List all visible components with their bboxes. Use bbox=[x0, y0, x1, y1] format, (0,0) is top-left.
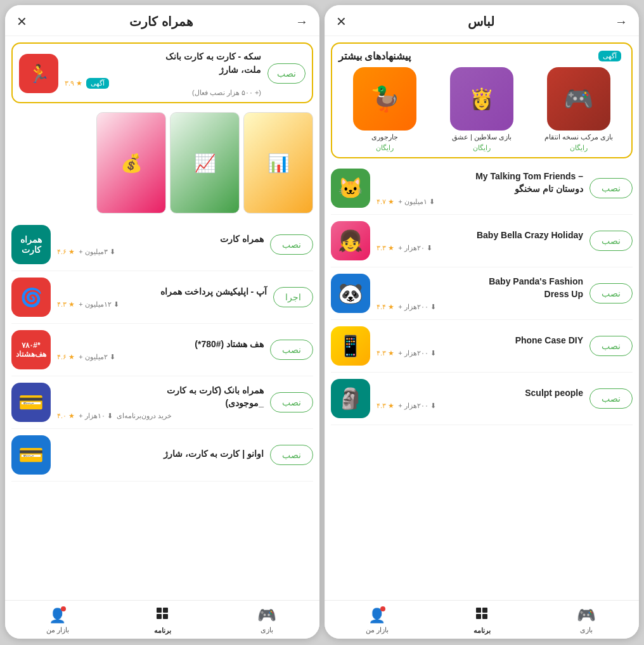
banner-app-label-1: جارجوری bbox=[371, 133, 398, 141]
left-forward-arrow[interactable]: → bbox=[615, 15, 628, 29]
app-downloads-sculpt: ⬇ ۲۰۰هزار + bbox=[398, 402, 436, 410]
left-nav-bazar-label: بازار من bbox=[366, 626, 389, 634]
app-name-phonecase: Phone Case DIY bbox=[377, 335, 583, 347]
svg-rect-2 bbox=[476, 614, 481, 619]
app-item-ap: اجرا آپ - اپلیکیشن پرداخت همراه ⬇ ۱۲میلی… bbox=[11, 271, 313, 324]
screenshot-3: 💰 bbox=[96, 112, 166, 214]
app-item-avano: نصب اوانو | کارت به کارت، شارژ 💳 bbox=[11, 429, 313, 482]
right-ad-rating: ★ ۳.۹ bbox=[65, 79, 82, 87]
app-rating-ap: ★ ۴.۳ bbox=[57, 300, 75, 309]
app-downloads-ap: ⬇ ۱۲میلیون + bbox=[79, 300, 119, 309]
left-nav-bazi-label: بازی bbox=[580, 626, 593, 634]
install-btn-bella[interactable]: نصب bbox=[589, 231, 633, 251]
app-icon-bella: 👧 bbox=[331, 221, 370, 260]
app-item-phonecase: نصب Phone Case DIY ⬇ ۲۰۰هزار + ★ ۴.۳ 📱 bbox=[331, 320, 633, 373]
left-nav-bazi[interactable]: 🎮 بازی bbox=[564, 606, 609, 634]
svg-rect-3 bbox=[482, 614, 487, 619]
app-rating-780: ★ ۴.۶ bbox=[57, 353, 75, 361]
app-info-hamrahbank: همراه بانک (کارت به کارت_موجودی) خرید در… bbox=[57, 385, 264, 419]
app-meta-780: ⬇ ۲میلیون + ★ ۴.۶ bbox=[57, 353, 264, 361]
banner-app-icon-3: 🎮 bbox=[547, 67, 610, 131]
banner-app-free-1: رایگان bbox=[376, 144, 394, 152]
banner-app-free-2: رایگان bbox=[473, 144, 491, 152]
left-ad-tag: آگهی bbox=[598, 51, 621, 61]
app-item-780: نصب هف هشتاد (#780*) ⬇ ۲میلیون + ★ ۴.۶ *… bbox=[11, 324, 313, 376]
banner-app-free-3: رایگان bbox=[570, 144, 588, 152]
left-nav-bazar[interactable]: 👤 بازار من bbox=[355, 606, 399, 634]
app-meta-ap: ⬇ ۱۲میلیون + ★ ۴.۳ bbox=[57, 300, 267, 309]
left-phone: → لباس ✕ آگهی پیشنهادهای بیشتر 🎮 بازی مر… bbox=[325, 5, 639, 639]
right-app-list: نصب همراه کارت ⬇ ۳میلیون + ★ ۴.۶ همراهکا… bbox=[5, 219, 319, 482]
left-ad-banner: آگهی پیشنهادهای بیشتر 🎮 بازی مرکب نسخه ا… bbox=[331, 42, 633, 158]
app-name-panda: Baby Panda's FashionDress Up bbox=[377, 276, 583, 300]
app-meta-tom: ⬇ ۱میلیون + ★ ۴.۷ bbox=[377, 198, 583, 206]
left-nav-barnama[interactable]: برنامه bbox=[460, 606, 504, 635]
right-bottom-nav: 🎮 بازی برنامه 👤 بازار من bbox=[5, 600, 319, 639]
screenshot-2: 📈 bbox=[170, 112, 240, 214]
app-icon-avano: 💳 bbox=[11, 435, 51, 475]
app-name-tom: My Talking Tom Friends –دوستان تام سخنگو bbox=[377, 170, 583, 195]
app-info-hamrahkart: همراه کارت ⬇ ۳میلیون + ★ ۴.۶ bbox=[57, 233, 264, 256]
app-info-phonecase: Phone Case DIY ⬇ ۲۰۰هزار + ★ ۴.۳ bbox=[377, 335, 583, 357]
svg-rect-0 bbox=[476, 608, 481, 613]
app-rating-hamrahbank: ★ ۴.۰ bbox=[57, 412, 75, 420]
banner-app-2[interactable]: 👸 بازی سلاطین | عشق رایگان bbox=[435, 67, 529, 152]
right-close-button[interactable]: ✕ bbox=[16, 14, 27, 29]
app-item-bella: نصب Baby Bella Crazy Holiday ⬇ ۲۰هزار + … bbox=[331, 215, 633, 267]
right-nav-bazi[interactable]: 🎮 بازی bbox=[245, 606, 289, 634]
svg-rect-7 bbox=[163, 614, 168, 619]
right-nav-bazi-icon: 🎮 bbox=[257, 606, 276, 624]
app-icon-sculpt: 🗿 bbox=[331, 379, 370, 418]
app-meta-bella: ⬇ ۲۰هزار + ★ ۳.۳ bbox=[377, 244, 583, 252]
install-btn-phonecase[interactable]: نصب bbox=[589, 336, 633, 356]
app-item-panda: نصب Baby Panda's FashionDress Up ⬇ ۲۰۰هز… bbox=[331, 267, 633, 320]
app-info-tom: My Talking Tom Friends –دوستان تام سخنگو… bbox=[377, 170, 583, 205]
app-icon-panda: 🐼 bbox=[331, 274, 370, 313]
app-downloads-780: ⬇ ۲میلیون + bbox=[79, 353, 115, 361]
app-rating-panda: ★ ۴.۴ bbox=[377, 303, 394, 311]
right-ad-downloads: (+ ۵۰۰ هزار نصب فعال) bbox=[65, 89, 261, 97]
right-nav-barnama[interactable]: برنامه bbox=[140, 606, 184, 635]
app-meta-panda: ⬇ ۲۰۰هزار + ★ ۴.۴ bbox=[377, 303, 583, 311]
right-nav-barnama-label: برنامه bbox=[154, 627, 171, 635]
run-btn-ap[interactable]: اجرا bbox=[273, 287, 313, 307]
right-ad-banner: نصب سکه - کارت به کارت بانکملت، شارژ آگه… bbox=[11, 42, 313, 103]
banner-app-label-2: بازی سلاطین | عشق bbox=[452, 133, 512, 141]
right-nav-bazar-label: بازار من bbox=[46, 626, 69, 634]
app-info-bella: Baby Bella Crazy Holiday ⬇ ۲۰هزار + ★ ۳.… bbox=[377, 229, 583, 252]
install-btn-hamrahbank[interactable]: نصب bbox=[270, 392, 313, 412]
app-meta-phonecase: ⬇ ۲۰۰هزار + ★ ۴.۳ bbox=[377, 349, 583, 357]
right-header: → همراه کارت ✕ bbox=[5, 5, 319, 36]
app-icon-ap: 🌀 bbox=[11, 278, 51, 317]
left-close-button[interactable]: ✕ bbox=[336, 14, 347, 29]
app-rating-bella: ★ ۳.۳ bbox=[377, 244, 394, 252]
install-btn-780[interactable]: نصب bbox=[270, 340, 313, 360]
left-content: آگهی پیشنهادهای بیشتر 🎮 بازی مرکب نسخه ا… bbox=[325, 36, 639, 600]
banner-app-icon-1: 🦆 bbox=[353, 67, 416, 131]
banner-app-label-3: بازی مرکب نسخه انتقام bbox=[544, 133, 613, 141]
app-icon-780: *۷۸۰#هف‌هشتاد bbox=[11, 330, 51, 369]
app-meta-hamrahkart: ⬇ ۳میلیون + ★ ۴.۶ bbox=[57, 248, 264, 256]
app-name-avano: اوانو | کارت به کارت، شارژ bbox=[57, 448, 264, 461]
right-ad-banner-inner: نصب سکه - کارت به کارت بانکملت، شارژ آگه… bbox=[19, 50, 306, 97]
left-nav-barnama-label: برنامه bbox=[473, 627, 491, 635]
banner-app-1[interactable]: 🎮 بازی مرکب نسخه انتقام رایگان bbox=[532, 67, 625, 152]
right-nav-bazar[interactable]: 👤 بازار من bbox=[35, 606, 80, 634]
app-downloads-bella: ⬇ ۲۰هزار + bbox=[398, 244, 432, 252]
app-info-avano: اوانو | کارت به کارت، شارژ bbox=[57, 448, 264, 463]
banner-app-3[interactable]: 🦆 جارجوری رایگان bbox=[338, 67, 432, 152]
app-downloads-panda: ⬇ ۲۰۰هزار + bbox=[398, 303, 436, 311]
app-downloads-tom: ⬇ ۱میلیون + bbox=[398, 198, 435, 206]
install-btn-tom[interactable]: نصب bbox=[589, 178, 633, 198]
left-banner-apps: 🎮 بازی مرکب نسخه انتقام رایگان 👸 بازی سل… bbox=[338, 67, 625, 152]
right-forward-arrow[interactable]: → bbox=[295, 15, 308, 29]
app-icon-tom: 🐱 bbox=[331, 169, 370, 208]
app-downloads-phonecase: ⬇ ۲۰۰هزار + bbox=[398, 349, 436, 357]
install-btn-sculpt[interactable]: نصب bbox=[589, 388, 633, 409]
app-info-panda: Baby Panda's FashionDress Up ⬇ ۲۰۰هزار +… bbox=[377, 276, 583, 310]
install-btn-hamrahkart[interactable]: نصب bbox=[270, 234, 313, 255]
install-btn-avano[interactable]: نصب bbox=[270, 445, 313, 465]
svg-rect-4 bbox=[157, 608, 162, 613]
right-ad-install-btn[interactable]: نصب bbox=[267, 63, 306, 84]
install-btn-panda[interactable]: نصب bbox=[589, 283, 633, 303]
